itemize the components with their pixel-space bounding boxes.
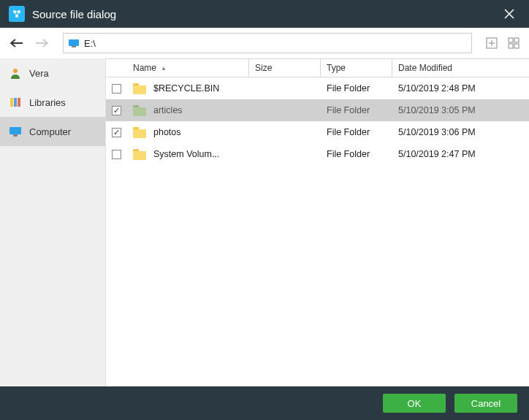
- row-name-cell: articles: [127, 99, 249, 121]
- row-name: articles: [153, 105, 183, 115]
- header-size-label: Size: [255, 63, 272, 73]
- footer: OK Cancel: [0, 386, 529, 420]
- header-type-label: Type: [327, 63, 346, 73]
- svg-rect-6: [509, 38, 513, 42]
- sidebar-item-libraries[interactable]: Libraries: [0, 88, 105, 117]
- address-text: E:\: [84, 38, 96, 49]
- svg-rect-12: [14, 98, 17, 107]
- file-list[interactable]: $RECYCLE.BINFile Folder5/10/2019 2:48 PM…: [106, 77, 529, 386]
- row-type: File Folder: [321, 143, 392, 165]
- row-name: photos: [153, 127, 181, 137]
- ok-button[interactable]: OK: [383, 394, 446, 413]
- svg-rect-8: [509, 44, 513, 48]
- row-name-cell: $RECYCLE.BIN: [127, 77, 249, 99]
- row-checkbox[interactable]: [112, 84, 121, 93]
- address-bar[interactable]: E:\: [63, 33, 472, 53]
- svg-rect-7: [514, 38, 519, 42]
- sidebar-item-computer[interactable]: Computer: [0, 117, 105, 146]
- header-date[interactable]: Date Modified: [392, 59, 529, 77]
- row-checkbox-cell: [106, 143, 127, 165]
- row-type: File Folder: [321, 77, 392, 99]
- svg-rect-14: [9, 127, 21, 134]
- main-area: VeraLibrariesComputer Name▲ Size Type Da…: [0, 58, 529, 386]
- header-date-label: Date Modified: [398, 63, 452, 73]
- row-checkbox-cell: [106, 77, 127, 99]
- row-type: File Folder: [321, 121, 392, 143]
- svg-point-10: [13, 69, 18, 73]
- header-type[interactable]: Type: [321, 59, 392, 77]
- svg-rect-13: [18, 98, 20, 107]
- navigation-bar: E:\: [0, 28, 529, 58]
- row-size: [249, 77, 321, 99]
- forward-button[interactable]: [32, 34, 51, 53]
- folder-icon: [133, 105, 146, 116]
- row-date: 5/10/2019 3:05 PM: [392, 99, 529, 121]
- row-checkbox-cell: [106, 99, 127, 121]
- column-headers: Name▲ Size Type Date Modified: [106, 58, 529, 77]
- close-button[interactable]: [498, 3, 520, 25]
- dialog-title: Source file dialog: [32, 8, 498, 20]
- row-checkbox-cell: [106, 121, 127, 143]
- svg-rect-3: [69, 39, 79, 46]
- new-folder-button[interactable]: [484, 35, 500, 51]
- header-name-label: Name: [133, 63, 156, 73]
- table-row[interactable]: photosFile Folder5/10/2019 3:06 PM: [106, 121, 529, 143]
- user-icon: [9, 66, 22, 80]
- row-type: File Folder: [321, 99, 392, 121]
- svg-rect-9: [514, 44, 519, 48]
- folder-icon: [133, 149, 146, 160]
- folder-icon: [133, 83, 146, 94]
- row-checkbox[interactable]: [112, 128, 121, 137]
- row-name-cell: photos: [127, 121, 249, 143]
- titlebar: Source file dialog: [0, 0, 529, 28]
- sidebar: VeraLibrariesComputer: [0, 58, 106, 386]
- sidebar-item-label: Libraries: [29, 97, 66, 108]
- libs-icon: [9, 96, 22, 109]
- svg-rect-4: [72, 46, 76, 47]
- row-date: 5/10/2019 2:48 PM: [392, 77, 529, 99]
- row-name-cell: System Volum...: [127, 143, 249, 165]
- monitor-icon: [68, 39, 80, 48]
- table-row[interactable]: articlesFile Folder5/10/2019 3:05 PM: [106, 99, 529, 121]
- row-size: [249, 99, 321, 121]
- row-checkbox[interactable]: [112, 106, 121, 115]
- sidebar-item-label: Computer: [29, 126, 71, 137]
- header-checkbox: [106, 59, 127, 77]
- cancel-button[interactable]: Cancel: [454, 394, 517, 413]
- monitor-icon: [9, 125, 22, 138]
- folder-icon: [133, 127, 146, 138]
- view-options-button[interactable]: [506, 35, 522, 51]
- header-name[interactable]: Name▲: [127, 59, 249, 77]
- row-checkbox[interactable]: [112, 150, 121, 159]
- row-date: 5/10/2019 3:06 PM: [392, 121, 529, 143]
- back-button[interactable]: [7, 34, 26, 53]
- header-size[interactable]: Size: [249, 59, 321, 77]
- svg-rect-15: [13, 134, 18, 137]
- row-date: 5/10/2019 2:47 PM: [392, 143, 529, 165]
- row-size: [249, 121, 321, 143]
- sort-asc-icon: ▲: [161, 65, 167, 72]
- svg-rect-11: [10, 98, 13, 107]
- table-row[interactable]: System Volum...File Folder5/10/2019 2:47…: [106, 143, 529, 165]
- sidebar-item-label: Vera: [29, 68, 49, 79]
- row-name: $RECYCLE.BIN: [153, 83, 219, 93]
- file-area: Name▲ Size Type Date Modified $RECYCLE.B…: [106, 58, 529, 386]
- row-size: [249, 143, 321, 165]
- table-row[interactable]: $RECYCLE.BINFile Folder5/10/2019 2:48 PM: [106, 77, 529, 99]
- sidebar-item-vera[interactable]: Vera: [0, 58, 105, 88]
- row-name: System Volum...: [153, 149, 219, 159]
- app-icon: [9, 6, 25, 22]
